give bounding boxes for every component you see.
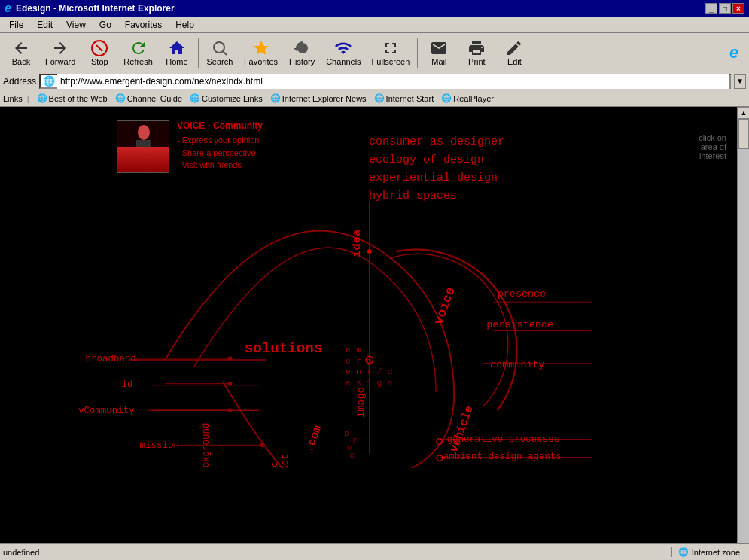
menu-help[interactable]: Help (169, 18, 200, 32)
emergent-label4: e s i g n (346, 378, 392, 388)
linksbar: Links | 🌐 Best of the Web 🌐 Channel Guid… (0, 90, 749, 107)
zone-text: Internet zone (692, 548, 740, 557)
link-ie-news[interactable]: 🌐 Internet Explorer News (267, 93, 370, 104)
menu-file[interactable]: File (3, 18, 29, 32)
favorites-icon (252, 39, 270, 57)
link-icon-1: 🌐 (37, 93, 47, 103)
link-label-6: RealPlayer (453, 94, 494, 103)
node-r: r (353, 436, 358, 445)
zone-icon: 🌐 (678, 547, 689, 557)
address-go[interactable]: ▼ (734, 74, 746, 89)
history-label: History (289, 57, 315, 66)
print-button[interactable]: Print (458, 35, 495, 70)
community-text: community (490, 359, 545, 370)
channels-label: Channels (326, 57, 361, 66)
solutions-label: solutions (245, 340, 323, 357)
address-icon: 🌐 (43, 75, 55, 87)
refresh-label: Refresh (123, 57, 153, 66)
fullscreen-label: Fullscreen (372, 57, 410, 66)
favorites-label: Favorites (244, 57, 278, 66)
favorites-button[interactable]: Favorites (239, 35, 282, 70)
home-icon (168, 39, 186, 57)
mail-icon (430, 39, 448, 57)
idea-label: idea (350, 230, 364, 257)
svg-point-15 (228, 356, 233, 361)
links-sep: | (27, 94, 29, 103)
link-best-of-web[interactable]: 🌐 Best of the Web (34, 93, 111, 104)
generative-text: generative processes (447, 434, 560, 445)
voice-label: voice (431, 285, 458, 327)
menu-favorites[interactable]: Favorites (119, 18, 168, 32)
link-icon-4: 🌐 (270, 93, 281, 103)
ambient-text: ambient design agents (443, 452, 562, 462)
scroll-up-button[interactable]: ▲ (738, 107, 749, 119)
id-text: id (122, 379, 133, 390)
back-icon (12, 39, 30, 57)
node-c: c (350, 451, 355, 460)
scroll-thumb[interactable] (738, 119, 749, 149)
address-label: Address (3, 76, 36, 87)
history-button[interactable]: History (284, 35, 320, 70)
home-button[interactable]: Home (159, 35, 195, 70)
address-input[interactable] (57, 74, 729, 89)
forward-button[interactable]: Forward (41, 35, 80, 70)
history-icon (293, 39, 311, 57)
toolbar: Back Forward Stop Refresh Home Search (0, 33, 749, 72)
persistence-text: persistence (486, 319, 553, 330)
svg-point-19 (228, 408, 233, 412)
link-label-4: Internet Explorer News (282, 94, 367, 103)
mail-label: Mail (431, 57, 446, 66)
statusbar: undefined 🌐 Internet zone (0, 543, 749, 558)
link-realplayer[interactable]: 🌐 RealPlayer (438, 93, 497, 104)
status-text: undefined (3, 548, 671, 557)
status-zone: 🌐 Internet zone (671, 547, 746, 557)
vcommunity-text: vCommunity (78, 406, 135, 416)
scrollbar[interactable]: ▲ ▼ (737, 107, 749, 558)
broadband-text: broadband (86, 354, 136, 364)
browser-content[interactable]: VOICE - Community - Express your opinion… (0, 107, 749, 558)
link-icon-2: 🌐 (115, 93, 126, 103)
scroll-track (738, 119, 749, 546)
emergent-label2: e r g (346, 356, 372, 366)
svg-line-1 (96, 45, 102, 51)
titlebar-left: e Edesign - Microsoft Internet Explorer (5, 2, 175, 15)
link-label-5: Internet Start (386, 94, 434, 103)
menu-go[interactable]: Go (93, 18, 117, 32)
window-title: Edesign - Microsoft Internet Explorer (16, 3, 175, 14)
minimize-button[interactable]: _ (705, 3, 717, 14)
edit-icon (505, 39, 523, 57)
link-customize[interactable]: 🌐 Customize Links (187, 93, 266, 104)
back-button[interactable]: Back (3, 35, 39, 70)
svg-point-2 (214, 42, 224, 53)
link-ie-start[interactable]: 🌐 Internet Start (371, 93, 437, 104)
maximize-button[interactable]: □ (719, 3, 731, 14)
fullscreen-icon (382, 39, 400, 57)
svg-line-3 (223, 51, 227, 55)
home-label: Home (166, 57, 187, 66)
edit-button[interactable]: Edit (496, 35, 532, 70)
node-p: p (344, 429, 349, 438)
channels-button[interactable]: Channels (321, 35, 365, 70)
search-label: Search (206, 57, 233, 66)
image-label: image (355, 387, 367, 417)
toolbar-sep-2 (417, 38, 418, 68)
menu-edit[interactable]: Edit (31, 18, 59, 32)
close-button[interactable]: × (732, 3, 744, 14)
link-label-2: Channel Guide (127, 94, 182, 103)
refresh-button[interactable]: Refresh (119, 35, 157, 70)
stop-button[interactable]: Stop (81, 35, 117, 70)
link-channel-guide[interactable]: 🌐 Channel Guide (112, 93, 185, 104)
com-label: .com (303, 424, 325, 455)
svg-point-21 (260, 443, 265, 447)
main-diagram[interactable]: solutions voice idea vehicle .com image … (0, 107, 749, 468)
titlebar-controls: _ □ × (705, 3, 744, 14)
svg-point-30 (437, 455, 443, 461)
search-button[interactable]: Search (202, 35, 238, 70)
menu-view[interactable]: View (60, 18, 92, 32)
link-label-1: Best of the Web (49, 94, 108, 103)
mail-button[interactable]: Mail (421, 35, 457, 70)
link-icon-5: 🌐 (374, 93, 385, 103)
addressbar: Address 🌐 ▼ (0, 72, 749, 90)
fullscreen-button[interactable]: Fullscreen (367, 35, 415, 70)
link-icon-6: 🌐 (441, 93, 452, 103)
